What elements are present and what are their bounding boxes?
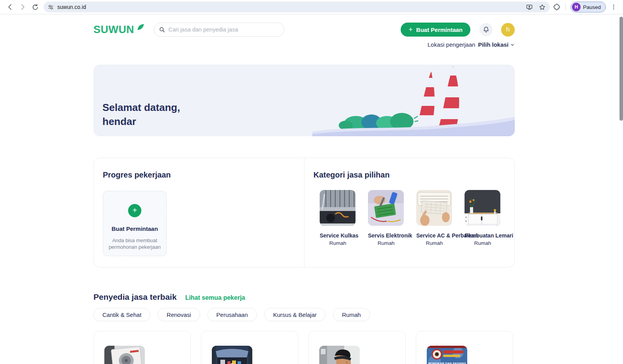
provider-card[interactable]: BONGKAR DAN PASANG [416, 331, 513, 364]
kebab-menu-icon [611, 4, 617, 10]
greeting-text: Selamat datang, hendar [102, 100, 180, 128]
providers-title: Penyedia jasa terbaik [93, 292, 177, 302]
flyer-text: BONGKAR DAN PASANG [428, 362, 466, 364]
location-row: Lokasi pengerjaan Pilih lokasi [93, 41, 515, 48]
category-image-elektronik [368, 190, 404, 226]
search-icon [159, 26, 165, 33]
logo-text: SUWUN [93, 24, 134, 36]
category-label: Pembuatan Lemari [465, 232, 501, 239]
category-sublabel: Rumah [416, 240, 452, 246]
site-settings-icon[interactable] [48, 4, 54, 11]
cta-title: Buat Permintaan [103, 225, 166, 232]
category-pembuatan-lemari[interactable]: Pembuatan Lemari Rumah [465, 190, 501, 246]
category-image-kulkas [320, 190, 355, 226]
search-input[interactable] [169, 26, 279, 33]
suwun-logo[interactable]: SUWUN [93, 24, 145, 36]
forward-button[interactable] [16, 1, 29, 13]
provider-card[interactable] [201, 331, 298, 364]
menu-button[interactable] [608, 1, 619, 13]
chip-rumah[interactable]: Rumah [333, 308, 370, 321]
category-image-lemari [465, 190, 500, 226]
site-header: SUWUN + Buat Permintaan h [93, 14, 515, 37]
chip-cantik-sehat[interactable]: Cantik & Sehat [93, 308, 150, 321]
category-label: Service Kulkas [320, 232, 356, 239]
back-button[interactable] [4, 1, 16, 13]
provider-photo-technician [319, 346, 360, 364]
reload-button[interactable] [29, 1, 41, 13]
create-request-label: Buat Permintaan [416, 26, 463, 33]
bookmark-star-icon[interactable] [539, 4, 546, 11]
category-sublabel: Rumah [320, 240, 356, 246]
profile-avatar: H [572, 3, 581, 11]
category-list: Service Kulkas Rumah [320, 190, 505, 246]
category-service-ac[interactable]: Service AC & Perbaikan Rumah [416, 190, 452, 246]
category-servis-elektronik[interactable]: Servis Elektronik Rumah [368, 190, 404, 246]
see-all-workers-link[interactable]: Lihat semua pekerja [185, 294, 245, 301]
browser-toolbar: suwun.co.id H Paused [0, 0, 623, 14]
chip-perusahaan[interactable]: Perusahaan [208, 308, 257, 321]
dashboard-card: Progres pekerjaan + Buat Permintaan Anda… [93, 158, 515, 267]
address-bar[interactable]: suwun.co.id [44, 2, 550, 12]
provider-photo-service-van [212, 346, 252, 364]
welcome-banner: Selamat datang, hendar [93, 65, 515, 136]
banner-illustration [312, 65, 515, 136]
forward-icon [19, 3, 26, 11]
install-app-icon[interactable] [526, 4, 533, 11]
reload-icon [32, 4, 39, 11]
category-sublabel: Rumah [368, 240, 404, 246]
filter-chips: Cantik & Sehat Renovasi Perusahaan Kursu… [93, 308, 515, 321]
page-body: SUWUN + Buat Permintaan h Lokasi pengerj… [0, 14, 623, 364]
back-icon [6, 3, 14, 11]
plus-icon: + [408, 26, 413, 34]
create-request-button[interactable]: + Buat Permintaan [401, 23, 470, 37]
categories-title: Kategori jasa pilihan [313, 171, 505, 179]
categories-section: Kategori jasa pilihan [304, 158, 514, 267]
provider-card[interactable] [93, 331, 191, 364]
paused-label: Paused [583, 4, 601, 10]
location-label: Lokasi pengerjaan [428, 41, 475, 48]
category-label: Service AC & Perbaikan [416, 232, 452, 239]
provider-photo-flyer: BONGKAR DAN PASANG [427, 346, 467, 364]
progress-section: Progres pekerjaan + Buat Permintaan Anda… [94, 158, 304, 267]
create-request-card[interactable]: + Buat Permintaan Anda bisa membuat perm… [103, 191, 167, 256]
provider-photo-ac-units [104, 346, 145, 364]
category-sublabel: Rumah [465, 240, 501, 246]
user-avatar[interactable]: h [501, 23, 515, 37]
location-value: Pilih lokasi [478, 41, 509, 48]
cta-description: Anda bisa membuat permohonan pekerjaan [107, 237, 162, 250]
greeting-line1: Selamat datang, [102, 100, 180, 114]
plus-circle-icon: + [128, 204, 141, 217]
toolbar-divider [565, 4, 566, 11]
search-bar [154, 23, 284, 37]
chevron-down-icon [510, 42, 515, 47]
extensions-icon[interactable] [553, 3, 561, 11]
chip-kursus-belajar[interactable]: Kursus & Belajar [264, 308, 326, 321]
providers-header: Penyedia jasa terbaik Lihat semua pekerj… [93, 292, 515, 302]
provider-card[interactable] [308, 331, 406, 364]
provider-cards: BONGKAR DAN PASANG [93, 331, 515, 364]
location-picker[interactable]: Pilih lokasi [478, 41, 515, 48]
category-label: Servis Elektronik [368, 232, 404, 239]
leaf-icon [135, 23, 145, 33]
category-service-kulkas[interactable]: Service Kulkas Rumah [320, 190, 356, 246]
profile-paused-pill[interactable]: H Paused [570, 2, 606, 12]
progress-title: Progres pekerjaan [103, 171, 295, 179]
url-text: suwun.co.id [57, 4, 526, 10]
chip-renovasi[interactable]: Renovasi [158, 308, 200, 321]
greeting-line2: hendar [102, 114, 180, 128]
scrollbar-thumb[interactable] [619, 17, 623, 121]
bell-icon [482, 26, 490, 33]
category-image-ac [416, 190, 452, 226]
notifications-button[interactable] [479, 23, 493, 36]
